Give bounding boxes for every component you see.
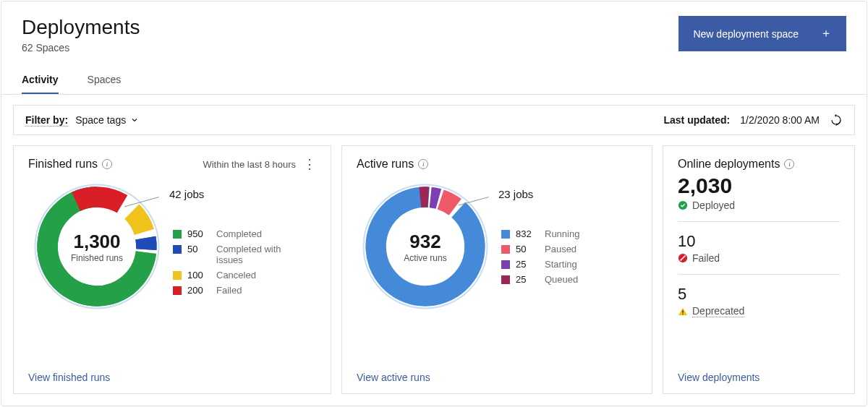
plus-icon: ＋	[820, 26, 832, 41]
svg-line-14	[459, 197, 489, 205]
chart-row: 932 Active runs 23 jobs 832Running 50Pau…	[357, 178, 637, 366]
deprecated-status: Deprecated	[678, 305, 840, 317]
svg-line-8	[124, 197, 159, 207]
tab-activity[interactable]: Activity	[22, 67, 59, 94]
legend-item: 200Failed	[173, 285, 296, 296]
deprecated-label: Deprecated	[692, 305, 744, 317]
legend-value: 832	[516, 228, 539, 239]
finished-legend: 950Completed 50Completed with issues 100…	[173, 228, 296, 296]
finished-runs-title: Finished runs i	[28, 158, 112, 171]
cards-row: Finished runs i Within the last 8 hours …	[1, 135, 867, 406]
card-head: Active runs i	[357, 158, 637, 171]
finished-donut: 1,300 Finished runs 42 jobs	[28, 178, 166, 315]
online-deployments-card: Online deployments i 2,030 Deployed 10 F…	[663, 145, 855, 394]
new-button-label: New deployment space	[693, 28, 799, 40]
online-deployments-title: Online deployments i	[678, 158, 840, 171]
failed-count: 10	[678, 232, 840, 251]
legend-value: 25	[516, 274, 539, 285]
page-subtitle: 62 Spaces	[22, 42, 140, 53]
card-title-text: Online deployments	[678, 158, 780, 171]
active-donut: 932 Active runs 23 jobs	[357, 178, 494, 315]
check-circle-icon	[678, 200, 688, 210]
finished-jobs-callout: 42 jobs	[169, 188, 204, 200]
last-updated-label: Last updated:	[663, 114, 730, 126]
legend-item: 25Starting	[501, 259, 579, 270]
view-active-runs-link[interactable]: View active runs	[357, 372, 637, 383]
active-legend: 832Running 50Paused 25Starting 25Queued	[501, 228, 579, 285]
svg-rect-18	[682, 310, 683, 313]
card-head-right: Within the last 8 hours ⋮	[203, 159, 316, 170]
page-header: Deployments 62 Spaces New deployment spa…	[1, 1, 867, 53]
filter-right: Last updated: 1/2/2020 8:00 AM	[663, 113, 843, 127]
page-root: Deployments 62 Spaces New deployment spa…	[1, 1, 867, 406]
info-icon[interactable]: i	[418, 159, 428, 169]
legend-value: 950	[187, 228, 210, 239]
legend-value: 200	[187, 285, 210, 296]
legend-label: Running	[545, 228, 579, 239]
info-icon[interactable]: i	[102, 159, 112, 169]
swatch-icon	[501, 245, 510, 254]
divider	[678, 274, 840, 275]
card-head: Finished runs i Within the last 8 hours …	[28, 158, 316, 171]
page-title: Deployments	[22, 16, 140, 39]
active-jobs-callout: 23 jobs	[498, 188, 533, 200]
title-block: Deployments 62 Spaces	[22, 16, 140, 53]
card-title-text: Active runs	[357, 158, 414, 171]
time-range: Within the last 8 hours	[203, 159, 296, 170]
filter-dropdown-label: Space tags	[75, 114, 126, 126]
swatch-icon	[173, 286, 182, 295]
svg-rect-19	[682, 313, 683, 314]
overflow-menu-icon[interactable]: ⋮	[303, 161, 316, 168]
view-finished-runs-link[interactable]: View finished runs	[28, 372, 316, 383]
swatch-icon	[173, 245, 182, 254]
active-runs-title: Active runs i	[357, 158, 428, 171]
tabs: Activity Spaces	[1, 53, 867, 95]
legend-label: Queued	[545, 274, 578, 285]
legend-item: 100Canceled	[173, 270, 296, 280]
legend-item: 25Queued	[501, 274, 579, 285]
deployed-status: Deployed	[678, 200, 840, 211]
donut-center: 1,300 Finished runs	[71, 231, 123, 263]
card-title-text: Finished runs	[28, 158, 98, 171]
filter-dropdown[interactable]: Space tags	[75, 114, 139, 126]
chart-row: 1,300 Finished runs 42 jobs 950Completed…	[28, 178, 316, 366]
legend-label: Completed with issues	[216, 244, 296, 265]
legend-item: 50Completed with issues	[173, 244, 296, 265]
info-icon[interactable]: i	[784, 159, 794, 169]
legend-label: Failed	[216, 285, 242, 296]
filter-left: Filter by: Space tags	[25, 114, 139, 127]
active-total-sub: Active runs	[404, 253, 446, 263]
donut-center: 932 Active runs	[404, 231, 446, 263]
active-runs-card: Active runs i	[341, 145, 652, 394]
swatch-icon	[501, 230, 510, 239]
finished-total: 1,300	[71, 231, 123, 253]
failed-status: Failed	[678, 252, 840, 264]
finished-runs-card: Finished runs i Within the last 8 hours …	[13, 145, 331, 394]
legend-label: Paused	[545, 244, 576, 254]
refresh-icon[interactable]	[830, 113, 843, 127]
failed-label: Failed	[692, 252, 720, 264]
tab-spaces[interactable]: Spaces	[88, 67, 122, 94]
error-circle-icon	[678, 253, 688, 263]
swatch-icon	[501, 260, 510, 269]
deprecated-count: 5	[678, 285, 840, 304]
chevron-down-icon	[130, 116, 139, 124]
legend-value: 50	[516, 244, 539, 254]
legend-value: 100	[187, 270, 210, 280]
legend-item: 50Paused	[501, 244, 579, 254]
deployed-count: 2,030	[678, 173, 840, 198]
deployed-label: Deployed	[692, 200, 735, 211]
swatch-icon	[501, 275, 510, 284]
warning-icon	[678, 307, 688, 317]
new-deployment-space-button[interactable]: New deployment space ＋	[678, 16, 846, 51]
legend-label: Starting	[545, 259, 577, 270]
active-total: 932	[404, 231, 446, 253]
legend-value: 25	[516, 259, 539, 270]
last-updated-value: 1/2/2020 8:00 AM	[740, 114, 820, 126]
view-deployments-link[interactable]: View deployments	[678, 372, 840, 383]
filter-by-label: Filter by:	[25, 114, 68, 127]
legend-item: 950Completed	[173, 228, 296, 239]
legend-value: 50	[187, 244, 210, 254]
finished-total-sub: Finished runs	[71, 253, 123, 263]
legend-label: Completed	[216, 228, 262, 239]
